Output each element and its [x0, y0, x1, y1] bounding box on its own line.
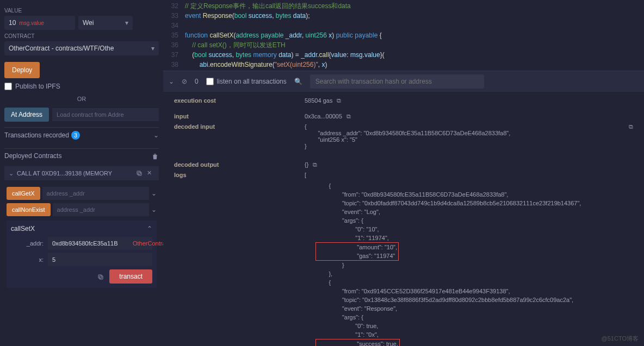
decoded-input-key: decoded input [174, 123, 305, 149]
contract-label: CONTRACT [4, 33, 159, 39]
pending-count: 0 [195, 78, 199, 85]
copy-icon[interactable] [136, 169, 144, 177]
clear-icon[interactable]: ⊘ [182, 78, 187, 85]
code-content[interactable]: function callSetX(address payable _addr,… [185, 30, 382, 40]
param-addr-label: _addr: [11, 240, 44, 247]
code-content[interactable]: // 定义Response事件，输出call返回的结果success和data [185, 1, 351, 11]
highlight-box-2: "success": true, "data": "0x" [315, 339, 400, 346]
callnonexist-button[interactable]: callNonExist [7, 203, 51, 216]
code-editor[interactable]: 32// 定义Response事件，输出call返回的结果success和dat… [163, 0, 644, 71]
terminal-output[interactable]: execution cost58504 gas⧉ input0x3ca...00… [163, 92, 644, 346]
svg-rect-0 [138, 172, 141, 175]
deploy-panel: VALUE 10 msg.value Wei CONTRACT OtherCon… [0, 0, 163, 346]
svg-rect-3 [98, 275, 102, 278]
code-content[interactable]: // call setX()，同时可以发送ETH [185, 40, 286, 50]
chevron-down-icon[interactable]: ⌄ [153, 131, 159, 139]
tx-recorded-label: Transactions recorded [4, 131, 69, 139]
deployed-contract-item[interactable]: ⌄ CALL AT 0XD91...39138 (MEMORY ✕ [4, 166, 159, 180]
tx-recorded-row[interactable]: Transactions recorded 3 ⌄ [4, 127, 159, 143]
chevron-down-icon[interactable]: ⌄ [169, 78, 174, 85]
copy-icon[interactable]: ⧉ [337, 97, 341, 104]
chevron-down-icon[interactable]: ⌄ [9, 170, 14, 177]
deployed-contracts-row: Deployed Contracts [4, 148, 159, 163]
contract-select[interactable]: OtherContract - contracts/WTF/Othe [4, 41, 159, 55]
copy-icon[interactable]: ⧉ [346, 113, 351, 119]
input-key: input [174, 113, 305, 120]
deploy-button[interactable]: Deploy [4, 62, 40, 78]
chevron-up-icon[interactable]: ⌃ [147, 225, 152, 232]
chevron-down-icon[interactable]: ⌄ [151, 206, 157, 213]
listen-all-checkbox[interactable]: listen on all transactions [206, 78, 287, 85]
code-content[interactable]: abi.encodeWithSignature("setX(uint256)",… [185, 60, 327, 70]
line-number: 32 [163, 1, 185, 11]
transact-button[interactable]: transact [109, 269, 152, 284]
copy-icon[interactable]: ⧉ [313, 161, 317, 168]
main-area: 32// 定义Response事件，输出call返回的结果success和dat… [163, 0, 644, 346]
tx-count-badge: 3 [71, 131, 80, 140]
code-content[interactable]: event Response(bool success, bytes data)… [185, 11, 310, 21]
log-entry-1: { "from": "0xd8b934580fcE35a11B58C6D73aD… [315, 181, 633, 278]
value-label: VALUE [4, 8, 159, 14]
callgetx-button[interactable]: callGetX [7, 187, 40, 200]
tx-search-input[interactable] [310, 74, 484, 89]
terminal-toolbar: ⌄ ⊘ 0 listen on all transactions 🔍 [163, 71, 644, 92]
listen-input[interactable] [206, 78, 214, 85]
callsetx-expanded: callSetX ⌃ _addr: OtherContract合约地址 x: t… [7, 221, 157, 288]
svg-rect-1 [137, 171, 140, 174]
decoded-output-key: decoded output [174, 161, 305, 168]
watermark: @51CTO博客 [602, 335, 639, 343]
line-number: 36 [163, 40, 185, 50]
copy-icon[interactable] [97, 273, 105, 280]
chevron-down-icon[interactable]: ⌄ [151, 190, 157, 197]
callnonexist-input[interactable] [53, 203, 149, 216]
code-content[interactable]: (bool success, bytes memory data) = _add… [185, 50, 385, 60]
copy-icon[interactable]: ⧉ [629, 123, 633, 149]
line-number: 34 [163, 21, 185, 30]
line-number: 35 [163, 30, 185, 40]
addr-annotation: OtherContract合约地址 [133, 240, 163, 248]
callgetx-input[interactable] [42, 187, 149, 200]
close-icon[interactable]: ✕ [147, 169, 154, 177]
unit-select[interactable]: Wei [78, 16, 133, 30]
search-icon: 🔍 [294, 78, 302, 85]
param-x-input[interactable] [48, 253, 152, 266]
callsetx-label: callSetX [11, 225, 35, 232]
line-number: 38 [163, 60, 185, 70]
value-placeholder: msg.value [19, 20, 44, 26]
line-number: 33 [163, 11, 185, 21]
at-address-input[interactable] [52, 108, 159, 121]
svg-rect-2 [100, 276, 103, 279]
param-x-label: x: [11, 256, 44, 263]
publish-ipfs-checkbox[interactable]: Publish to IPFS [4, 83, 159, 90]
line-number: 37 [163, 50, 185, 60]
trash-icon[interactable] [151, 152, 159, 160]
log-entry-2: { "from": "0xd9145CCE52D386f254917e481eB… [315, 278, 633, 346]
at-address-button[interactable]: At Address [4, 108, 49, 122]
highlight-box-1: "amount": "10", "gas": "11974" [315, 242, 399, 261]
exec-cost-key: execution cost [174, 97, 305, 104]
logs-key: logs [174, 172, 305, 178]
or-divider: OR [4, 96, 159, 102]
publish-ipfs-input[interactable] [4, 83, 12, 90]
deployed-label: Deployed Contracts [4, 152, 61, 160]
value-input[interactable]: 10 [9, 19, 16, 27]
